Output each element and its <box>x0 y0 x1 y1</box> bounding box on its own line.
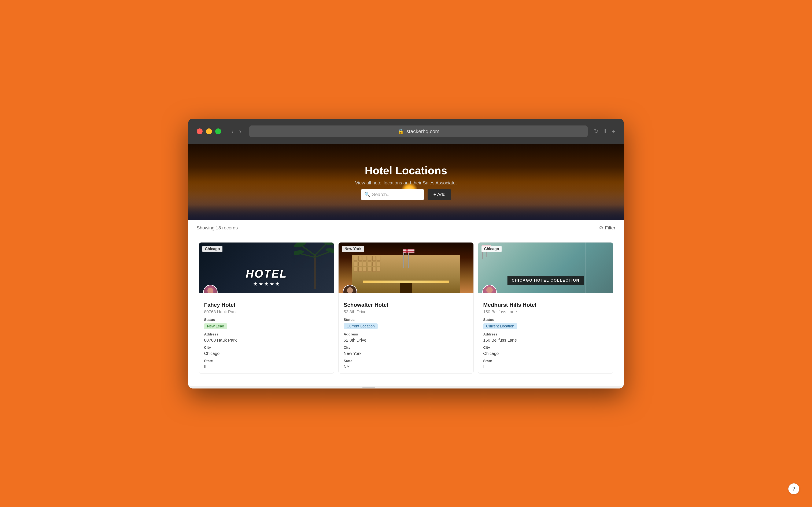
address-bar[interactable]: 🔒 stackerhq.com <box>249 125 588 137</box>
star-icon: ★ <box>264 281 269 287</box>
url-text: stackerhq.com <box>406 128 440 134</box>
maximize-button[interactable] <box>215 128 221 134</box>
card-image-fahey: HOTEL ★ ★ ★ ★ ★ Chicago <box>199 242 334 293</box>
page-title: Hotel Locations <box>365 164 447 177</box>
chicago-hotel-banner: CHICAGO HOTEL COLLECTION <box>507 276 584 285</box>
page-subtitle: View all hotel locations and their Sales… <box>355 180 457 186</box>
state-value: NY <box>344 364 468 369</box>
hotel-card-medhurst[interactable]: CHICAGO HOTEL COLLECTION Chicago Medhurs… <box>478 242 613 374</box>
city-label: City <box>483 346 608 350</box>
city-value: Chicago <box>483 351 608 356</box>
star-icon: ★ <box>259 281 263 287</box>
star-icon: ★ <box>253 281 258 287</box>
reload-icon[interactable]: ↻ <box>594 128 599 134</box>
star-icon: ★ <box>275 281 280 287</box>
add-button[interactable]: + Add <box>427 189 451 200</box>
hotel-sign: HOTEL ★ ★ ★ ★ ★ <box>246 268 287 287</box>
hotel-card-schowalter[interactable]: New York Schowalter Hotel 52 8th Drive S… <box>338 242 474 374</box>
address-value: 150 Beilfuss Lane <box>483 338 608 343</box>
card-avatar-medhurst <box>483 285 497 293</box>
flag-group <box>403 249 409 268</box>
hotel-short-address: 52 8th Drive <box>344 309 468 314</box>
card-body-schowalter: Schowalter Hotel 52 8th Drive Status Cur… <box>339 293 473 374</box>
back-button[interactable]: ‹ <box>230 127 235 135</box>
browser-actions: ↻ ⬆ + <box>594 128 615 135</box>
search-input[interactable]: 🔍 Search... <box>361 189 424 200</box>
records-count: Showing 18 records <box>197 225 238 231</box>
lock-icon: 🔒 <box>398 128 404 134</box>
state-value: IL <box>483 364 608 369</box>
close-button[interactable] <box>197 128 203 134</box>
hotel-short-address: 150 Beilfuss Lane <box>483 309 608 314</box>
hotel-name: Fahey Hotel <box>204 302 329 308</box>
svg-point-7 <box>294 249 304 256</box>
traffic-lights <box>197 128 221 134</box>
hotel-name: Medhurst Hills Hotel <box>483 302 608 308</box>
svg-point-6 <box>321 242 334 247</box>
status-label: Status <box>204 318 329 322</box>
scrollbar[interactable] <box>188 386 624 389</box>
palm-tree-icon <box>294 242 334 289</box>
hotel-card-fahey[interactable]: HOTEL ★ ★ ★ ★ ★ Chicago <box>199 242 334 374</box>
state-value: IL <box>204 364 329 369</box>
status-badge: New Lead <box>204 323 227 329</box>
address-value: 80768 Hauk Park <box>204 338 329 343</box>
address-label: Address <box>344 332 468 337</box>
card-body-medhurst: Medhurst Hills Hotel 150 Beilfuss Lane S… <box>478 293 613 374</box>
address-value: 52 8th Drive <box>344 338 468 343</box>
records-bar: Showing 18 records ⚙ Filter <box>188 220 624 236</box>
card-body-fahey: Fahey Hotel 80768 Hauk Park Status New L… <box>199 293 334 374</box>
city-badge-chicago2: Chicago <box>481 246 502 252</box>
card-image-medhurst: CHICAGO HOTEL COLLECTION Chicago <box>478 242 613 293</box>
search-icon: 🔍 <box>364 192 370 197</box>
filter-button[interactable]: ⚙ Filter <box>599 225 615 231</box>
city-label: City <box>344 346 468 350</box>
browser-titlebar: ‹ › 🔒 stackerhq.com ↻ ⬆ + <box>188 119 624 144</box>
address-label: Address <box>204 332 329 337</box>
hotel-name: Schowalter Hotel <box>344 302 468 308</box>
address-label: Address <box>483 332 608 337</box>
status-label: Status <box>344 318 468 322</box>
cards-grid: HOTEL ★ ★ ★ ★ ★ Chicago <box>188 236 624 380</box>
city-value: New York <box>344 351 468 356</box>
city-badge-newyork: New York <box>342 246 364 252</box>
hero-section: Hotel Locations View all hotel locations… <box>188 144 624 220</box>
new-tab-icon[interactable]: + <box>612 128 615 135</box>
status-badge: Current Location <box>344 323 378 329</box>
city-value: Chicago <box>204 351 329 356</box>
hero-controls: 🔍 Search... + Add <box>361 189 451 200</box>
card-image-schowalter: New York <box>339 242 473 293</box>
card-avatar-fahey <box>203 285 217 293</box>
star-icon: ★ <box>270 281 274 287</box>
hotel-sign-text: HOTEL <box>246 268 287 280</box>
state-label: State <box>483 359 608 363</box>
svg-line-1 <box>300 245 315 255</box>
forward-button[interactable]: › <box>238 127 243 135</box>
stars-row: ★ ★ ★ ★ ★ <box>246 281 287 287</box>
share-icon[interactable]: ⬆ <box>603 128 608 135</box>
hotel-short-address: 80768 Hauk Park <box>204 309 329 314</box>
scrollbar-thumb <box>362 387 375 388</box>
city-badge-chicago: Chicago <box>202 246 222 252</box>
filter-label: Filter <box>605 225 615 231</box>
card-avatar-schowalter <box>343 285 357 293</box>
state-label: State <box>344 359 468 363</box>
status-label: Status <box>483 318 608 322</box>
browser-window: ‹ › 🔒 stackerhq.com ↻ ⬆ + Hotel Location… <box>188 119 624 389</box>
state-label: State <box>204 359 329 363</box>
browser-content: Hotel Locations View all hotel locations… <box>188 144 624 389</box>
status-badge: Current Location <box>483 323 517 329</box>
nav-buttons: ‹ › <box>230 127 243 135</box>
search-placeholder: Search... <box>372 192 391 197</box>
filter-icon: ⚙ <box>599 225 603 231</box>
city-label: City <box>204 346 329 350</box>
minimize-button[interactable] <box>206 128 212 134</box>
